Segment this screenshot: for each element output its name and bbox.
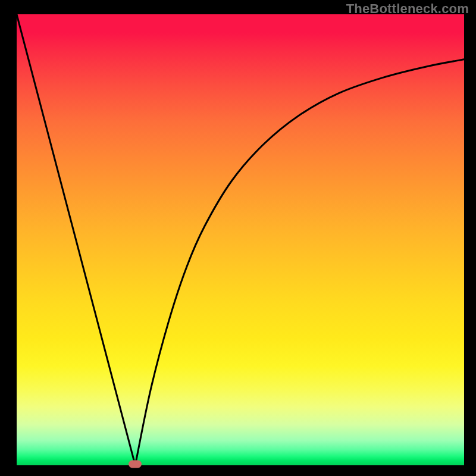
curve-path — [17, 14, 464, 465]
bottleneck-curve — [17, 14, 464, 465]
plot-area — [17, 14, 464, 465]
optimum-marker — [129, 461, 142, 468]
chart-frame: TheBottleneck.com — [0, 0, 476, 476]
